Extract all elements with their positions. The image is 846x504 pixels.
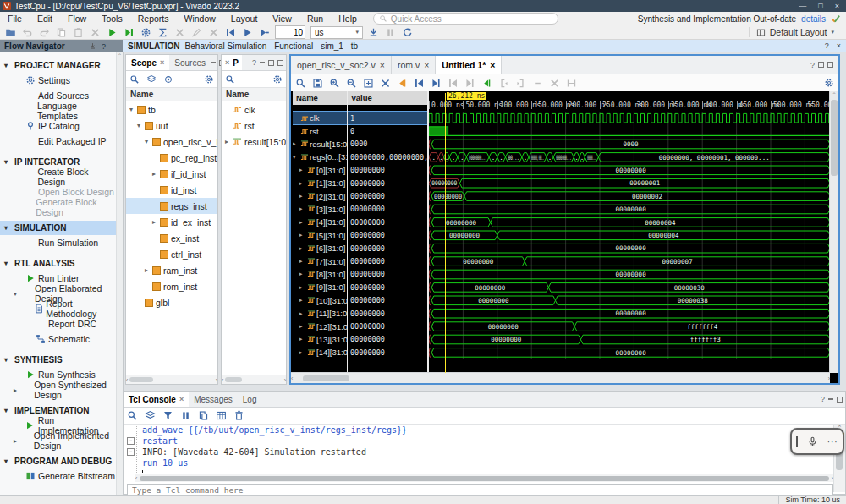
search-icon[interactable] xyxy=(295,78,306,89)
wave-signal-value-10-31-0[interactable]: 00000000 xyxy=(348,294,427,307)
flow-item-create-block-design[interactable]: Create Block Design xyxy=(0,169,117,184)
simulation-time-input[interactable] xyxy=(275,25,305,39)
restart-simulation-icon[interactable] xyxy=(225,27,236,38)
flow-item-report-methodology[interactable]: Report Methodology xyxy=(0,301,117,316)
go-to-last-time-icon[interactable] xyxy=(431,78,442,89)
previous-transition-icon[interactable] xyxy=(448,78,459,89)
gear-icon[interactable] xyxy=(272,74,283,85)
float-icon[interactable] xyxy=(277,60,283,66)
scope-column-header[interactable]: Name xyxy=(126,88,217,101)
zoom-out-icon[interactable] xyxy=(346,78,357,89)
wave-signal-name-clk[interactable]: clk xyxy=(293,112,347,124)
pause-output-icon[interactable] xyxy=(180,410,191,421)
wave-signal-value-5-31-0[interactable]: 00000000 xyxy=(348,229,427,242)
wave-signal-name-1-31-0[interactable]: ▸[1][31:0] xyxy=(293,177,347,189)
float-icon[interactable] xyxy=(827,62,833,68)
tab-sources[interactable]: Sources xyxy=(169,55,211,70)
scope-tree-item-open-risc-v-inst[interactable]: ▾open_risc_v_inst xyxy=(126,134,217,150)
menu-tools[interactable]: Tools xyxy=(94,14,130,24)
console-output[interactable]: add_wave {{/tb/uut/open_risc_v_inst/regs… xyxy=(125,425,833,473)
wave-signal-name-9-31-0[interactable]: ▸[9][31:0] xyxy=(293,281,347,293)
wave-signal-value-2-31-0[interactable]: 00000000 xyxy=(348,189,427,202)
search-icon[interactable] xyxy=(127,410,138,421)
wave-signal-name-13-31-0[interactable]: ▸[13][31:0] xyxy=(293,333,347,346)
swap-cursors-icon[interactable] xyxy=(498,78,509,89)
tab-objects[interactable]: ×P xyxy=(222,55,242,70)
step-down-icon[interactable] xyxy=(368,27,379,38)
scope-tree-item-uut[interactable]: ▾uut xyxy=(126,118,217,134)
wave-signal-name-10-31-0[interactable]: ▸[10][31:0] xyxy=(293,294,347,307)
flow-item-generate-block-design[interactable]: Generate Block Design xyxy=(0,200,117,215)
wave-signal-name-0-31-0[interactable]: ▸[0][31:0] xyxy=(293,164,347,177)
details-link[interactable]: details xyxy=(801,14,826,24)
voice-typing-widget[interactable]: ··· xyxy=(790,428,844,455)
wave-signal-name-2-31-0[interactable]: ▸[2][31:0] xyxy=(293,189,347,202)
collapse-box-icon[interactable]: − xyxy=(127,448,135,456)
add-marker-icon[interactable] xyxy=(481,78,492,89)
breakpoint-icon[interactable] xyxy=(174,27,185,38)
flow-item-generate-bitstream[interactable]: Generate Bitstream xyxy=(0,468,117,484)
scope-tree-item-ctrl-inst[interactable]: ctrl_inst xyxy=(126,246,217,262)
wave-signal-name-regs-0-31-0[interactable]: ▾regs[0...[31:0] xyxy=(293,151,347,163)
wave-signal-value-6-31-0[interactable]: 00000000 xyxy=(348,242,427,255)
minimize-icon[interactable] xyxy=(260,62,265,63)
object-item-result-15-0[interactable]: ▸result[15:0 xyxy=(222,134,286,150)
go-to-time-0-icon[interactable] xyxy=(414,78,425,89)
wave-cursor-line[interactable] xyxy=(445,93,446,373)
wave-name-header[interactable]: Name xyxy=(293,91,347,105)
previous-marker-icon[interactable] xyxy=(397,78,408,89)
zoom-fit-icon[interactable] xyxy=(363,78,374,89)
scope-tree-item-pc-reg-inst[interactable]: pc_reg_inst xyxy=(126,150,217,166)
float-ruler-icon[interactable] xyxy=(532,78,543,89)
undo-icon[interactable] xyxy=(22,27,33,38)
menu-flow[interactable]: Flow xyxy=(60,14,94,24)
scope-tree-item-tb[interactable]: ▾tb xyxy=(126,101,217,118)
objects-column-header[interactable]: Name xyxy=(222,88,286,101)
menu-reports[interactable]: Reports xyxy=(130,14,177,24)
flow-section-simulation[interactable]: ▾SIMULATION xyxy=(0,221,117,235)
wave-signal-name-7-31-0[interactable]: ▸[7][31:0] xyxy=(293,255,347,267)
step-icon[interactable] xyxy=(124,27,135,38)
open-recent-icon[interactable] xyxy=(5,27,16,38)
minimize-panel-icon[interactable]: — xyxy=(111,42,118,51)
save-waveform-icon[interactable] xyxy=(312,78,323,89)
expand-all-icon[interactable] xyxy=(145,410,156,421)
scope-tree-item-if-id-inst[interactable]: ▸if_id_inst xyxy=(126,166,217,182)
time-unit-select[interactable]: us ▾ xyxy=(310,26,363,39)
snap-to-transition-icon[interactable] xyxy=(515,78,526,89)
wave-vscrollbar[interactable]: ⌃ xyxy=(829,91,838,373)
flow-navigator-scrollbar[interactable]: ⌃ xyxy=(116,52,123,495)
tab-tcl-console[interactable]: Tcl Console× xyxy=(124,392,189,407)
wave-signal-name-11-31-0[interactable]: ▸[11][31:0] xyxy=(293,307,347,320)
flow-item-settings[interactable]: Settings xyxy=(0,73,117,88)
wave-time-ruler[interactable]: 0.000 ns50.000 ns100.000 ns150.000 ns200… xyxy=(429,91,830,112)
menu-run[interactable]: Run xyxy=(299,14,331,24)
wave-signal-name-4-31-0[interactable]: ▸[4][31:0] xyxy=(293,216,347,228)
maximize-icon[interactable] xyxy=(818,62,824,68)
clear-icon[interactable] xyxy=(208,27,219,38)
pause-icon[interactable] xyxy=(385,27,396,38)
object-item-clk[interactable]: clk xyxy=(222,101,286,118)
select-columns-icon[interactable] xyxy=(216,410,227,421)
wave-signal-value-1-31-0[interactable]: 00000000 xyxy=(348,177,427,189)
redo-icon[interactable] xyxy=(39,27,50,38)
wave-signal-value-4-31-0[interactable]: 00000000 xyxy=(348,216,427,228)
maximize-button[interactable]: □ xyxy=(818,2,822,10)
wave-signal-value-rst[interactable]: 0 xyxy=(348,124,427,137)
quick-access-input[interactable]: Quick Access xyxy=(373,13,558,25)
remove-cursor-icon[interactable] xyxy=(380,78,391,89)
minimize-icon[interactable] xyxy=(828,398,833,400)
flow-section-rtl-analysis[interactable]: ▾RTL ANALYSIS xyxy=(0,256,117,271)
clear-console-icon[interactable] xyxy=(233,410,244,421)
next-transition-icon[interactable] xyxy=(464,78,475,89)
dock-icon[interactable] xyxy=(89,42,96,50)
wave-tab-untitled-1[interactable]: Untitled 1*× xyxy=(436,56,502,74)
wave-signal-value-14-31-0[interactable]: 00000000 xyxy=(348,346,427,359)
edit-icon[interactable] xyxy=(191,27,202,38)
flow-item-open-implemented-design[interactable]: ▸Open Implemented Design xyxy=(0,433,117,448)
minimize-icon[interactable] xyxy=(211,62,216,63)
wave-signal-value-result-15-0[interactable]: 0000 xyxy=(348,138,427,151)
menu-window[interactable]: Window xyxy=(176,14,222,24)
flow-item-schematic[interactable]: Schematic xyxy=(0,331,117,347)
scope-tree-item-id-inst[interactable]: id_inst xyxy=(126,182,217,198)
